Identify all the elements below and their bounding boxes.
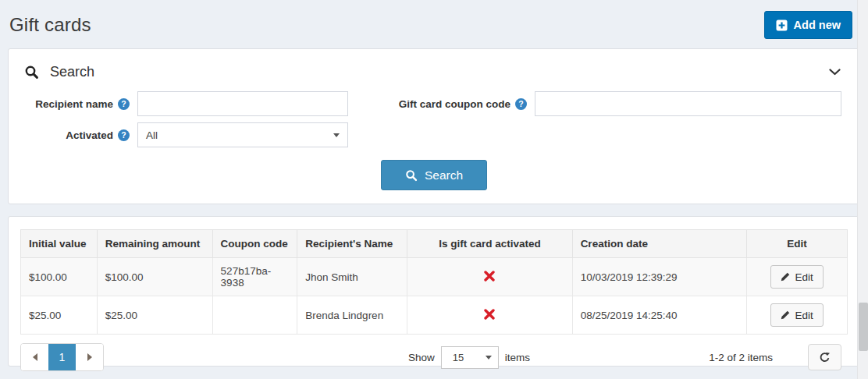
cell-initial-value: $100.00 [21, 258, 98, 296]
pager-current-page[interactable]: 1 [48, 344, 76, 370]
cell-remaining-amount: $25.00 [97, 296, 212, 335]
pencil-icon [781, 272, 790, 282]
footer-right: 1-2 of 2 items [709, 344, 848, 370]
add-new-label: Add new [794, 19, 841, 31]
search-panel-title: Search [50, 64, 94, 80]
pager-prev-button[interactable] [21, 344, 48, 370]
cell-activated [407, 258, 572, 296]
col-remaining-amount: Remaining amount [97, 230, 212, 258]
activated-label: Activated [66, 129, 113, 141]
coupon-code-help-icon[interactable]: ? [515, 98, 527, 110]
vertical-scrollbar[interactable] [857, 0, 868, 379]
cell-creation-date: 10/03/2019 12:39:29 [572, 258, 746, 296]
edit-button[interactable]: Edit [770, 265, 823, 289]
col-coupon-code: Coupon code [212, 230, 297, 258]
col-edit: Edit [747, 230, 848, 258]
gift-cards-table: Initial value Remaining amount Coupon co… [20, 229, 848, 335]
next-page-icon [87, 353, 92, 361]
activated-select[interactable]: All [137, 122, 348, 147]
page-size-select[interactable]: 15 [441, 346, 499, 369]
pager: 1 [20, 343, 104, 371]
cell-coupon-code [212, 296, 297, 335]
recipient-name-help-icon[interactable]: ? [118, 98, 130, 110]
pencil-icon [781, 310, 790, 320]
collapse-chevron-icon[interactable] [826, 66, 844, 79]
gift-cards-grid-panel: Initial value Remaining amount Coupon co… [8, 216, 860, 367]
not-activated-icon [484, 271, 495, 284]
cell-creation-date: 08/25/2019 14:25:40 [572, 296, 746, 335]
grid-footer: 1 Show 15 items 1-2 of 2 items [20, 343, 848, 371]
activated-select-value: All [146, 129, 158, 141]
search-form-row-1: Recipient name ? Gift card coupon code ? [24, 91, 844, 116]
select-caret-icon [486, 356, 492, 360]
refresh-icon [819, 352, 831, 363]
cell-recipient-name: Jhon Smith [297, 258, 407, 296]
page-title: Gift cards [9, 14, 91, 36]
col-creation-date: Creation date [572, 230, 746, 258]
table-row: $25.00 $25.00 Brenda Lindgren 08/25/2019… [21, 296, 848, 335]
recipient-name-input[interactable] [137, 91, 348, 116]
edit-button-label: Edit [795, 310, 813, 321]
cell-coupon-code: 527b17ba-3938 [212, 258, 297, 296]
coupon-code-label-wrap: Gift card coupon code ? [382, 98, 527, 110]
table-row: $100.00 $100.00 527b17ba-3938 Jhon Smith… [21, 258, 848, 296]
recipient-name-label-wrap: Recipient name ? [24, 98, 130, 110]
scrollbar-thumb[interactable] [859, 303, 868, 351]
show-label: Show [408, 352, 435, 363]
search-button[interactable]: Search [381, 160, 487, 190]
cell-remaining-amount: $100.00 [97, 258, 212, 296]
col-initial-value: Initial value [21, 230, 98, 258]
search-panel: Search Recipient name ? Gift card coupon… [8, 48, 860, 204]
edit-button[interactable]: Edit [770, 303, 823, 327]
col-recipient-name: Recipient's Name [297, 230, 407, 258]
search-panel-header[interactable]: Search [24, 60, 844, 83]
pager-next-button[interactable] [76, 344, 103, 370]
prev-page-icon [33, 353, 37, 361]
cell-recipient-name: Brenda Lindgren [297, 296, 407, 335]
recipient-name-label: Recipient name [35, 98, 113, 110]
cell-activated [407, 296, 572, 335]
search-icon [24, 65, 39, 80]
cell-initial-value: $25.00 [21, 296, 98, 335]
cell-edit: Edit [747, 296, 848, 335]
page-size-control: Show 15 items [408, 346, 530, 369]
items-range-text: 1-2 of 2 items [709, 352, 773, 363]
refresh-button[interactable] [808, 344, 841, 370]
search-button-label: Search [425, 168, 463, 182]
search-button-icon [405, 169, 418, 182]
add-new-button[interactable]: Add new [764, 11, 852, 39]
table-header-row: Initial value Remaining amount Coupon co… [21, 230, 848, 258]
activated-label-wrap: Activated ? [24, 129, 130, 141]
search-form-row-2: Activated ? All [24, 122, 844, 147]
coupon-code-input[interactable] [535, 91, 841, 116]
cell-edit: Edit [747, 258, 848, 296]
top-bar: Gift cards Add new [0, 0, 868, 48]
select-caret-icon [333, 133, 340, 137]
activated-help-icon[interactable]: ? [118, 129, 130, 141]
edit-button-label: Edit [795, 271, 813, 283]
col-activated: Is gift card activated [407, 230, 572, 258]
plus-square-icon [776, 19, 788, 31]
items-label: items [505, 352, 530, 363]
coupon-code-label: Gift card coupon code [399, 98, 510, 110]
not-activated-icon [484, 309, 495, 322]
page-size-value: 15 [453, 352, 464, 363]
